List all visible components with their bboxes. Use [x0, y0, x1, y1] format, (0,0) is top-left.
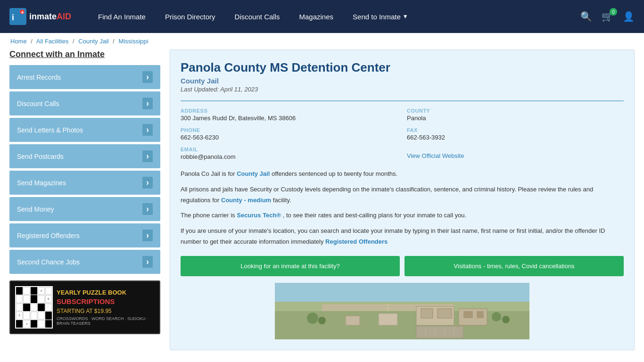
- sidebar-item-send-magazines[interactable]: Send Magazines ›: [9, 171, 160, 195]
- arrow-icon: ›: [142, 177, 153, 189]
- aerial-svg: [181, 283, 624, 339]
- sidebar-item-send-letters[interactable]: Send Letters & Photos ›: [9, 118, 160, 142]
- phone-value: 662-563-6230: [181, 134, 397, 141]
- facility-type: County Jail: [181, 77, 624, 85]
- arrow-icon: ›: [142, 150, 153, 162]
- svg-rect-15: [379, 313, 397, 325]
- nav-send-to-inmate[interactable]: Send to Inmate ▼: [344, 13, 417, 21]
- fax-label: FAX: [407, 127, 624, 133]
- fax-block: FAX 662-563-3932: [407, 127, 624, 141]
- sidebar-item-send-money[interactable]: Send Money ›: [9, 197, 160, 221]
- desc-p4-start: If you are unsure of your inmate's locat…: [181, 227, 605, 245]
- desc-p1-end: offenders sentenced up to twenty four mo…: [272, 170, 397, 177]
- sidebar-item-registered-offenders[interactable]: Registered Offenders ›: [9, 223, 160, 247]
- user-icon[interactable]: 👤: [623, 11, 635, 22]
- facility-description: Panola Co Jail is for County Jail offend…: [181, 169, 624, 247]
- arrow-icon: ›: [142, 203, 153, 215]
- facility-info-grid: ADDRESS 300 James Rudd Dr, Batesville, M…: [181, 100, 624, 160]
- address-block: ADDRESS 300 James Rudd Dr, Batesville, M…: [181, 108, 397, 122]
- view-official-website-link[interactable]: View Official Website: [407, 152, 624, 159]
- breadcrumb-sep3: /: [113, 38, 115, 45]
- ad-puzzle-graphic: 4 9 5 2: [15, 286, 53, 329]
- arrow-icon: ›: [142, 98, 153, 109]
- desc-p1-start: Panola Co Jail is for: [181, 170, 237, 177]
- cart-badge: 0: [610, 8, 617, 16]
- website-block: View Official Website: [407, 147, 624, 160]
- facility-aerial-image: [181, 283, 624, 339]
- county-value: Panola: [407, 115, 624, 122]
- desc-p3-start: The phone carrier is: [181, 212, 237, 219]
- county-medium-link[interactable]: County - medium: [221, 197, 271, 204]
- breadcrumb-home[interactable]: Home: [10, 38, 27, 45]
- breadcrumb-sep2: /: [73, 38, 74, 45]
- action-buttons: Looking for an inmate at this facility? …: [181, 256, 624, 276]
- svg-point-18: [318, 317, 326, 324]
- arrow-icon: ›: [142, 124, 153, 136]
- svg-point-20: [502, 316, 510, 323]
- email-value: robbie@panola.com: [181, 153, 397, 160]
- facility-title: Panola County MS Detention Center: [181, 60, 624, 75]
- sidebar-ad[interactable]: 4 9 5 2 YEARLY PUZZLE BOOK SUBSCRIPTIONS…: [9, 280, 160, 334]
- breadcrumb-mississippi[interactable]: Mississippi: [119, 38, 149, 45]
- phone-label: PHONE: [181, 127, 397, 133]
- sidebar-title: Connect with an Inmate: [9, 49, 160, 59]
- breadcrumb-sep1: /: [31, 38, 33, 45]
- desc-p2-end: facility.: [273, 197, 291, 204]
- sidebar-item-discount-calls[interactable]: Discount Calls ›: [9, 91, 160, 115]
- cart-icon[interactable]: 🛒 0: [602, 11, 613, 22]
- nav-prison-directory[interactable]: Prison Directory: [157, 13, 224, 21]
- svg-rect-14: [477, 311, 484, 318]
- facility-content: Panola County MS Detention Center County…: [170, 49, 635, 350]
- site-header: i ★ inmateAID Find An Inmate Prison Dire…: [0, 0, 644, 33]
- breadcrumb-all-facilities[interactable]: All Facilities: [36, 38, 69, 45]
- svg-rect-13: [463, 311, 473, 318]
- main-nav: Find An Inmate Prison Directory Discount…: [90, 13, 571, 21]
- header-icons: 🔍 🛒 0 👤: [580, 11, 635, 22]
- svg-text:i: i: [12, 13, 14, 22]
- sidebar-item-send-postcards[interactable]: Send Postcards ›: [9, 144, 160, 168]
- county-label: COUNTY: [407, 108, 624, 114]
- svg-text:★: ★: [21, 10, 24, 15]
- sidebar: Connect with an Inmate Arrest Records › …: [9, 49, 160, 350]
- county-block: COUNTY Panola: [407, 108, 624, 122]
- breadcrumb: Home / All Facilities / County Jail / Mi…: [0, 33, 644, 49]
- county-jail-link[interactable]: County Jail: [237, 170, 270, 177]
- svg-rect-21: [416, 326, 463, 338]
- dropdown-arrow-icon: ▼: [403, 13, 408, 20]
- breadcrumb-county-jail[interactable]: County Jail: [78, 38, 108, 45]
- sidebar-menu: Arrest Records › Discount Calls › Send L…: [9, 65, 160, 274]
- svg-point-17: [307, 313, 318, 324]
- desc-p3-end: , to see their rates and best-calling pl…: [283, 212, 466, 219]
- sidebar-item-second-chance-jobs[interactable]: Second Chance Jobs ›: [9, 250, 160, 274]
- nav-discount-calls[interactable]: Discount Calls: [226, 13, 289, 21]
- svg-rect-10: [421, 309, 433, 318]
- sidebar-item-arrest-records[interactable]: Arrest Records ›: [9, 65, 160, 89]
- nav-magazines[interactable]: Magazines: [290, 13, 342, 21]
- logo[interactable]: i ★ inmateAID: [9, 8, 80, 25]
- visitations-button[interactable]: Visitations - times, rules, Covid cancel…: [405, 256, 624, 276]
- securus-tech-link[interactable]: Securus Tech®: [237, 212, 281, 219]
- search-icon[interactable]: 🔍: [580, 11, 592, 22]
- arrow-icon: ›: [142, 230, 153, 241]
- address-label: ADDRESS: [181, 108, 397, 114]
- address-value: 300 James Rudd Dr, Batesville, MS 38606: [181, 115, 397, 122]
- email-label: EMAIL: [181, 147, 397, 152]
- facility-last-updated: Last Updated: April 11, 2023: [181, 86, 624, 93]
- arrow-icon: ›: [142, 256, 153, 268]
- svg-rect-16: [346, 316, 360, 325]
- fax-value: 662-563-3932: [407, 134, 624, 141]
- nav-find-inmate[interactable]: Find An Inmate: [90, 13, 154, 21]
- find-inmate-button[interactable]: Looking for an inmate at this facility?: [181, 256, 400, 276]
- arrow-icon: ›: [142, 71, 153, 83]
- phone-block: PHONE 662-563-6230: [181, 127, 397, 141]
- svg-rect-11: [438, 309, 452, 318]
- svg-point-19: [492, 312, 501, 321]
- ad-text: YEARLY PUZZLE BOOK SUBSCRIPTIONS STARTIN…: [57, 289, 155, 325]
- email-block: EMAIL robbie@panola.com: [181, 147, 397, 160]
- registered-offenders-link[interactable]: Registered Offenders: [325, 238, 388, 245]
